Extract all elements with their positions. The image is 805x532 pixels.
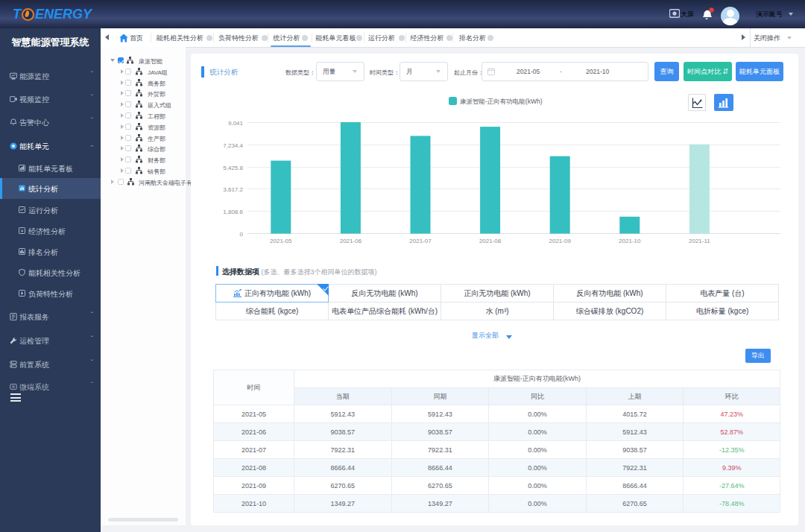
svg-text:¥: ¥	[21, 229, 24, 233]
svg-text:2021-11: 2021-11	[689, 238, 710, 244]
svg-text:9,041: 9,041	[228, 120, 244, 127]
svg-text:1,808.6: 1,808.6	[223, 209, 243, 215]
svg-text:3,617.2: 3,617.2	[223, 186, 243, 193]
svg-text:2021-07: 2021-07	[409, 238, 432, 244]
svg-text:0: 0	[240, 231, 244, 238]
svg-text:2021-09: 2021-09	[549, 238, 572, 244]
svg-text:2021-06: 2021-06	[340, 238, 362, 244]
svg-text:2021-08: 2021-08	[479, 238, 502, 244]
svg-text:5,425.8: 5,425.8	[223, 165, 243, 171]
svg-text:7,234.4: 7,234.4	[223, 142, 243, 149]
svg-text:2021-10: 2021-10	[619, 238, 641, 244]
svg-text:2021-05: 2021-05	[270, 238, 292, 244]
